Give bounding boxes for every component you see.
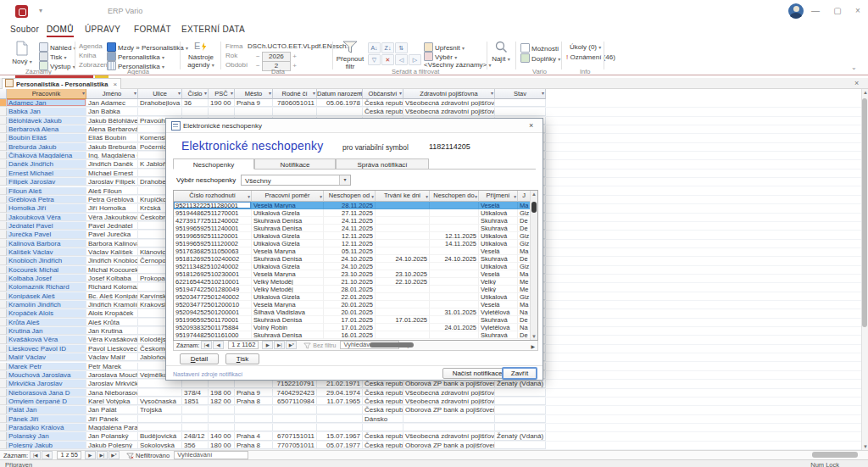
cell[interactable]: 16.01.2025 [324,331,376,339]
cell[interactable]: Ma [518,202,531,209]
row-selector[interactable] [0,380,7,387]
dialog-column-header-2[interactable]: Pracovní poměr▾ [252,191,324,202]
dialog-column-header-3[interactable]: Neschopen od▾ [324,191,376,202]
row-selector[interactable] [0,99,7,107]
dialog-new-record-button[interactable]: ▶* [286,341,297,349]
cell[interactable]: 180 00 [209,442,235,449]
cell[interactable] [430,217,479,225]
cell[interactable]: 12.11.2025 [324,232,376,240]
cell[interactable] [495,415,546,423]
close-button[interactable]: × [849,6,866,15]
cell[interactable]: 15.07.1967 [317,432,363,440]
row-selector[interactable] [0,353,7,361]
cell[interactable]: Giz [518,232,531,240]
cell[interactable]: Mrkvička Jaroslav [7,380,86,387]
cell[interactable]: 951812692510230001 [174,270,252,278]
cell[interactable] [317,406,363,414]
cell[interactable]: Česká republika [363,99,403,107]
cell[interactable]: Josef Kolbaba [86,275,138,282]
cell[interactable]: Jiří Homolka [86,204,138,212]
cell[interactable]: Michael Ernest [86,170,138,177]
cell[interactable]: Utíkalová Gizela [252,293,324,301]
cell[interactable]: 05.07.1977 [317,442,363,449]
cell[interactable]: Velký Metoděj [252,286,324,293]
sicknote-row[interactable]: 951944862511270001Utíkalová Gizela27.11.… [174,209,531,217]
cell[interactable]: Skuhravá [479,225,518,232]
cell[interactable]: Giz [518,293,531,301]
cell[interactable]: De [518,225,531,232]
tab-upravy[interactable]: ÚPRAVY [85,25,120,34]
cell[interactable] [495,108,546,115]
cell[interactable]: Skuhravá Denisa [252,331,324,339]
cell[interactable]: Adamec Jan [7,99,86,107]
print-button-dialog[interactable]: Tisk [225,353,259,364]
cell[interactable] [182,108,209,115]
cell[interactable]: Jindřich Knobloch [86,257,138,264]
cell[interactable]: Pavel Jurečka [86,231,138,238]
cell[interactable]: Konipásek Aleš [7,292,86,300]
cell[interactable]: Filipek Jaroslav [7,178,86,186]
row-selector[interactable] [0,432,7,440]
dialog-record-position[interactable]: 1 z 1162 [228,341,259,349]
cell[interactable]: Giz [518,240,531,247]
cell[interactable]: Gréblová Petra [7,196,86,203]
cell[interactable]: Daněk Jindřich [7,160,86,168]
row-selector[interactable] [0,117,7,125]
cell[interactable] [376,331,430,339]
table-row[interactable]: Polesný JakubJakub PolesnýSokolovská3561… [0,442,861,450]
cell[interactable]: Čiháková Magdaléna [7,152,86,159]
row-selector[interactable] [0,371,7,379]
cell[interactable] [376,240,430,247]
cell[interactable] [182,424,209,431]
sicknote-row[interactable]: 952094252501200001Šilhavá Vladislava20.0… [174,309,531,316]
cell[interactable]: Vysočnaská [138,398,182,405]
table-row[interactable]: Paradajko KrálováMagdaléna Paradají [0,424,861,432]
cell[interactable]: Boubín Eliáš [7,134,86,142]
cell[interactable]: Kvašáková Věra [7,336,86,343]
cell[interactable]: 6507110984 [273,398,317,405]
row-selector[interactable] [0,248,7,256]
cell[interactable] [376,225,430,232]
cell[interactable]: Polanský Jan [7,432,86,440]
cell[interactable]: Utíkalová Gizela [252,263,324,270]
minimize-button[interactable]: — [807,6,824,15]
cell[interactable]: 23.10.2025 [376,270,430,278]
dialog-filter-state[interactable]: Bez filtru [303,342,336,348]
cell[interactable]: De [518,255,531,263]
sicknote-row[interactable]: 952093832501175884Volný Robin17.01.20252… [174,324,531,331]
sort-desc-icon[interactable]: Z↓ [381,42,394,53]
tab-externi-data[interactable]: EXTERNÍ DATA [181,25,245,34]
sicknote-row[interactable]: 622165442510210001Velký Metoděj21.10.202… [174,278,531,286]
cell[interactable]: Veselá [479,270,518,278]
refine-button[interactable]: Upřesnit ▾ [424,42,465,52]
cell[interactable] [376,209,430,217]
cell[interactable]: 17.01.2025 [376,316,430,324]
cell[interactable]: Lieskovec Pavol ID [7,345,86,353]
cell[interactable] [376,202,430,209]
row-selector[interactable] [0,143,7,151]
user-avatar[interactable] [788,3,804,19]
cell[interactable]: Veselá Maryna [252,301,324,309]
sicknote-filter-select[interactable]: Všechny ▾ [241,175,351,186]
cell[interactable]: Veselá Maryna [252,270,324,278]
cell[interactable] [209,415,235,423]
cell[interactable]: Dánsko [363,415,403,423]
row-selector[interactable] [0,319,7,326]
cell[interactable]: Sokolovská [138,442,182,449]
cell[interactable]: 951996592501170001 [174,316,252,324]
close-dialog-button[interactable]: Zavřít [502,367,537,380]
cell[interactable]: Skuhravá Denisa [252,217,324,225]
last-record-button[interactable]: ▶| [97,451,108,459]
row-selector[interactable] [0,442,7,449]
cell[interactable]: Petra Gréblová [86,196,138,203]
row-selector[interactable] [0,424,7,431]
cell[interactable]: 24.11.2025 [324,225,376,232]
cell[interactable]: 198 00 [209,389,235,397]
cell[interactable] [376,324,430,331]
row-selector[interactable] [0,336,7,343]
cell[interactable]: Jakub Polesný [86,442,138,449]
cell[interactable] [495,99,546,107]
cell[interactable]: Ma [518,270,531,278]
cell[interactable]: 22.01.2025 [324,293,376,301]
vertical-scrollbar-thumb[interactable] [862,98,867,327]
